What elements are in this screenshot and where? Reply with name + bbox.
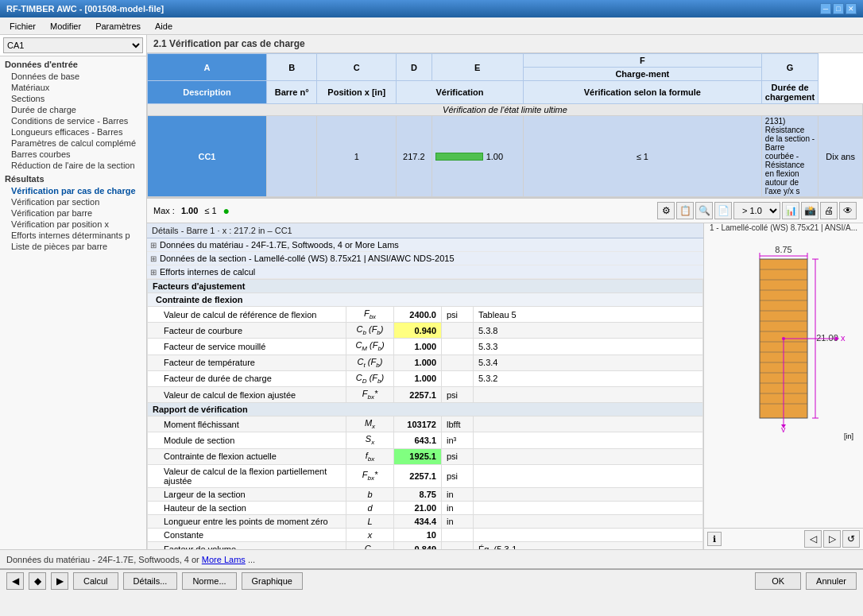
sidebar-item-verif-section[interactable]: Vérification par section [0,196,146,207]
detail-row-sx: Module de section Sx 643.1 in³ [148,432,703,448]
calcul-button[interactable]: Calcul [73,572,118,590]
close-btn[interactable]: ✕ [846,3,857,14]
action-icon-2[interactable]: ◆ [29,572,46,590]
filter-dropdown[interactable]: > 1.0 [733,202,780,219]
unit-mx: lbfft [442,416,474,432]
max-status-icon: ● [223,204,230,217]
sidebar-item-donnees-base[interactable]: Données de base [0,71,146,82]
sidebar-section-input: Données d'entrée [0,56,146,71]
detail-row-mx: Moment fléchissant Mx 103172 lbfft [148,416,703,432]
cell-position: 217.2 [397,116,432,197]
case-select[interactable]: CA1 [3,37,143,53]
drawing-icon-2[interactable]: ▷ [823,530,841,548]
detail-row-d: Hauteur de la section d 21.00 in [148,501,703,514]
detail-row-x: Constante x 10 [148,528,703,541]
sidebar-dropdown[interactable]: CA1 [0,35,146,56]
section-row-rapport: Rapport de vérification [148,403,703,416]
symbol-x: x [346,528,394,541]
tree-item-material-label: Données du matériau - 24F-1.7E, Softwood… [160,240,399,250]
drawing-icon-1[interactable]: ◁ [804,530,822,548]
window-title: RF-TIMBER AWC - [001508-model-file] [6,4,164,14]
group-header-row: Vérification de l'état limite ultime [148,104,863,116]
sidebar-item-verif-barre[interactable]: Vérification par barre [0,207,146,219]
sidebar: CA1 Données d'entrée Données de base Mat… [0,35,147,549]
info-btn[interactable]: ℹ [707,532,722,546]
toolbar-icon-camera[interactable]: 📸 [801,202,818,219]
sidebar-item-barres-courbes[interactable]: Barres courbes [0,149,146,160]
menu-fichier[interactable]: Fichier [3,20,42,33]
sub-header-flexion-label: Contrainte de flexion [148,293,703,307]
bottom-status: Données du matériau - 24F-1.7E, Softwood… [0,549,863,568]
group-header-label: Vérification de l'état limite ultime [148,104,863,116]
toolbar-icon-eye[interactable]: 👁 [839,202,857,219]
detail-row-cm: Facteur de service mouillé CM (Fb) 1.000… [148,339,703,354]
sidebar-item-parametres[interactable]: Paramètres de calcul complémé [0,138,146,149]
tree-item-material[interactable]: ⊞ Données du matériau - 24F-1.7E, Softwo… [147,238,703,252]
expand-icon: ⊞ [150,241,160,250]
ref-cd: 5.3.2 [474,370,703,386]
sidebar-item-materiaux[interactable]: Matériaux [0,82,146,93]
menu-aide[interactable]: Aide [149,20,179,33]
sidebar-item-verif-position[interactable]: Vérification par position x [0,219,146,230]
symbol-fbx-actual: fbx [346,448,394,464]
col-desc-header: Description [148,81,267,104]
value-cd: 1.000 [394,370,442,386]
svg-text:x: x [841,333,846,343]
unit-b: in [442,487,474,501]
menu-modifier[interactable]: Modifier [44,20,87,33]
detail-row-cd: Facteur de durée de charge CD (Fb) 1.000… [148,370,703,386]
sidebar-item-liste-pieces[interactable]: Liste de pièces par barre [0,241,146,252]
tree-item-section[interactable]: ⊞ Données de la section - Lamellé-collé … [147,252,703,265]
cell-duree: Dix ans [818,116,863,197]
value-fbx-partial: 2257.1 [394,464,442,487]
cell-verif-bar: 1.00 [432,116,523,197]
detail-row-cv: Facteur de volume CV 0.849 Éq. (5.3-1 [148,541,703,549]
ref-fbx-actual [474,448,703,464]
status-link[interactable]: More Lams [202,555,246,564]
drawing-icon-3[interactable]: ↺ [842,530,860,548]
toolbar-icon-doc[interactable]: 📄 [714,202,732,219]
unit-d: in [442,501,474,514]
action-icon-1[interactable]: ◀ [6,572,24,590]
sidebar-item-sections[interactable]: Sections [0,93,146,104]
menu-parametres[interactable]: Paramètres [89,20,147,33]
tree-item-efforts[interactable]: ⊞ Efforts internes de calcul [147,265,703,279]
unit-cv [442,541,474,549]
label-x: Constante [148,528,346,541]
graphique-button[interactable]: Graphique [242,572,303,590]
details-button[interactable]: Détails... [123,572,178,590]
minimize-btn[interactable]: ─ [820,3,831,14]
action-icon-3[interactable]: ▶ [51,572,68,590]
toolbar-icon-print[interactable]: 🖨 [820,202,838,219]
toolbar-icon-search[interactable]: 🔍 [695,202,713,219]
unit-ct [442,354,474,370]
sidebar-item-duree-charge[interactable]: Durée de charge [0,104,146,115]
value-cm: 1.000 [394,339,442,354]
value-fbx-ref: 2400.0 [394,307,442,323]
symbol-cm: CM (Fb) [346,339,394,354]
norme-button[interactable]: Norme... [182,572,236,590]
ok-button[interactable]: OK [755,572,801,590]
maximize-btn[interactable]: □ [833,3,844,14]
unit-fbx-partial: psi [442,464,474,487]
cell-charge: CC1 [148,116,267,197]
drawing-bottom-bar: ℹ ◁ ▷ ↺ [704,528,863,549]
annuler-button[interactable]: Annuler [806,572,857,590]
cell-barre: 1 [317,116,397,197]
sidebar-item-conditions[interactable]: Conditions de service - Barres [0,115,146,126]
toolbar-icon-copy[interactable]: 📋 [676,202,694,219]
sidebar-item-reduction[interactable]: Réduction de l'aire de la section [0,160,146,171]
ref-fbx-adj [474,386,703,402]
table-row[interactable]: CC1 1 217.2 1.00 ≤ 1 2131) Résistance de… [148,116,863,197]
symbol-l: L [346,514,394,528]
toolbar-icon-chart[interactable]: 📊 [782,202,799,219]
sidebar-item-longueurs[interactable]: Longueurs efficaces - Barres [0,126,146,138]
sidebar-item-efforts[interactable]: Efforts internes déterminants p [0,230,146,241]
details-header: Détails - Barre 1 · x : 217.2 in – CC1 [147,223,703,238]
drawing-title: 1 - Lamellé-collé (WS) 8.75x21 | ANSI/A.… [704,223,863,232]
toolbar-icon-settings[interactable]: ⚙ [657,202,675,219]
sidebar-item-verif-cas[interactable]: Vérification par cas de charge [0,185,146,196]
window-controls: ─ □ ✕ [820,3,857,14]
title-bar: RF-TIMBER AWC - [001508-model-file] ─ □ … [0,0,863,17]
value-mx: 103172 [394,416,442,432]
